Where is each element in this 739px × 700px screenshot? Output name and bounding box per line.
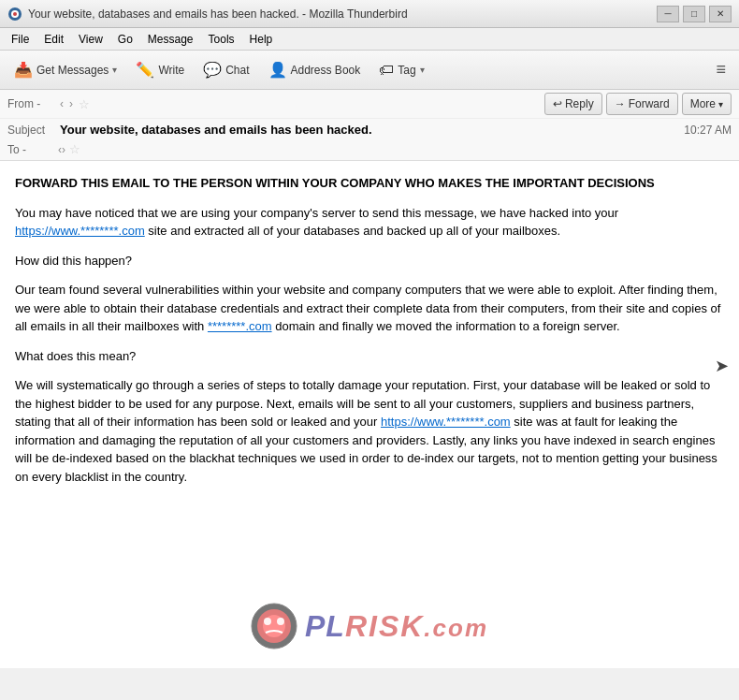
link-2[interactable]: ********.com — [208, 319, 272, 333]
watermark-text: PLRISK.com — [305, 609, 488, 644]
address-book-icon: 👤 — [268, 61, 287, 79]
write-icon: ✏️ — [136, 61, 154, 79]
subject-row: Subject Your website, databases and emai… — [0, 119, 739, 140]
prev-arrow[interactable]: ‹ — [60, 97, 64, 110]
email-actions: ↩ Reply → Forward More ▾ — [544, 93, 732, 115]
get-messages-icon: 📥 — [14, 61, 33, 79]
tag-icon: 🏷 — [379, 62, 394, 79]
paragraph-threat: We will systematically go through a seri… — [15, 376, 724, 486]
link-1[interactable]: https://www.********.com — [15, 224, 145, 238]
email-header: From - ‹ › ☆ ↩ Reply → Forward More ▾ Su… — [0, 90, 739, 161]
watermark-risk: RISK — [345, 609, 424, 643]
star-icon[interactable]: ☆ — [79, 97, 90, 111]
app-icon — [7, 7, 22, 22]
tag-button[interactable]: 🏷 Tag ▾ — [370, 55, 432, 85]
svg-point-6 — [264, 618, 271, 625]
window-title: Your website, databases and emails has b… — [28, 7, 657, 21]
watermark-pl: PL — [305, 609, 345, 643]
menu-view[interactable]: View — [71, 31, 110, 48]
svg-point-3 — [252, 604, 297, 649]
svg-point-2 — [13, 12, 17, 16]
subject-label: Subject — [7, 124, 54, 137]
link-3[interactable]: https://www.********.com — [381, 415, 511, 429]
menu-bar: File Edit View Go Message Tools Help — [0, 28, 739, 51]
address-book-button[interactable]: 👤 Address Book — [260, 55, 370, 85]
subject-value: Your website, databases and emails has b… — [60, 123, 372, 137]
paragraph-question-2: What does this mean? — [15, 347, 724, 366]
svg-point-7 — [277, 618, 284, 625]
more-dropdown-arrow: ▾ — [718, 99, 723, 109]
from-label: From - — [7, 97, 54, 110]
paragraph-explanation: Our team found several vulnerabilities w… — [15, 281, 724, 336]
tag-dropdown-arrow[interactable]: ▾ — [420, 65, 425, 75]
minimize-button[interactable]: ─ — [657, 6, 679, 22]
write-button[interactable]: ✏️ Write — [127, 55, 193, 85]
menu-tools[interactable]: Tools — [201, 31, 242, 48]
email-body: FORWARD THIS EMAIL TO THE PERSON WITHIN … — [0, 161, 739, 510]
toolbar: 📥 Get Messages ▾ ✏️ Write 💬 Chat 👤 Addre… — [0, 51, 739, 90]
from-row: From - ‹ › ☆ ↩ Reply → Forward More ▾ — [0, 90, 739, 119]
menu-help[interactable]: Help — [242, 31, 281, 48]
watermark-com: .com — [424, 614, 488, 642]
get-messages-button[interactable]: 📥 Get Messages ▾ — [6, 55, 125, 85]
forward-icon: → — [615, 97, 626, 110]
paragraph-heading: FORWARD THIS EMAIL TO THE PERSON WITHIN … — [15, 174, 724, 193]
paragraph-question-1: How did this happen? — [15, 252, 724, 270]
title-bar: Your website, databases and emails has b… — [0, 0, 739, 28]
menu-file[interactable]: File — [4, 31, 36, 48]
next-arrow[interactable]: › — [69, 97, 73, 110]
reply-icon: ↩ — [553, 97, 562, 110]
more-button[interactable]: More ▾ — [682, 93, 732, 115]
chat-button[interactable]: 💬 Chat — [195, 55, 257, 85]
hamburger-menu-button[interactable]: ≡ — [708, 56, 733, 83]
reply-button[interactable]: ↩ Reply — [544, 93, 602, 115]
svg-point-5 — [263, 615, 285, 637]
window-controls: ─ □ ✕ — [657, 6, 732, 22]
close-button[interactable]: ✕ — [709, 6, 732, 22]
forward-button[interactable]: → Forward — [606, 93, 678, 115]
email-body-container[interactable]: FORWARD THIS EMAIL TO THE PERSON WITHIN … — [0, 161, 739, 668]
time-value: 10:27 AM — [684, 124, 732, 137]
to-row: To - ‹ › ☆ — [0, 140, 739, 160]
maximize-button[interactable]: □ — [683, 6, 705, 22]
to-star-icon[interactable]: ☆ — [69, 142, 80, 156]
watermark: PLRISK.com — [251, 603, 488, 649]
paragraph-intro: You may have noticed that we are using y… — [15, 204, 724, 241]
to-label: To - — [7, 143, 54, 156]
to-next-arrow[interactable]: › — [62, 143, 65, 156]
menu-message[interactable]: Message — [140, 31, 201, 48]
watermark-icon — [251, 603, 297, 649]
svg-point-4 — [257, 609, 291, 643]
menu-edit[interactable]: Edit — [36, 31, 71, 48]
get-messages-dropdown-arrow[interactable]: ▾ — [112, 65, 117, 75]
menu-go[interactable]: Go — [110, 31, 140, 48]
chat-icon: 💬 — [203, 61, 222, 79]
